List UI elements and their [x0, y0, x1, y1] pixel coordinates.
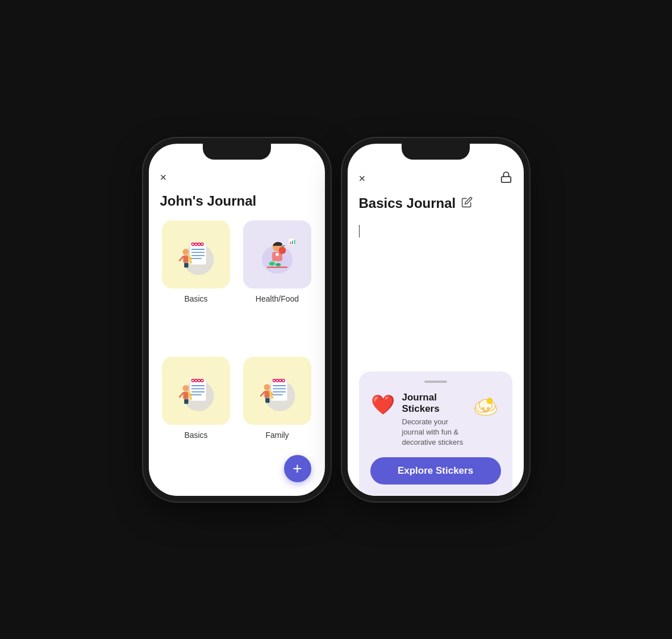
phone-left: × John's Journal: [149, 144, 325, 496]
right-title-row: Basics Journal: [359, 195, 512, 211]
svg-line-12: [180, 256, 183, 260]
svg-rect-60: [265, 398, 268, 403]
thumb-family: [243, 357, 311, 425]
sticker-info-row: ❤️ Journal Stickers Decorate your journa…: [370, 392, 501, 448]
svg-point-23: [276, 263, 281, 266]
close-button-left[interactable]: ×: [160, 171, 167, 184]
svg-rect-30: [190, 379, 206, 401]
right-header: ×: [359, 166, 512, 186]
notch-right: [402, 144, 470, 160]
svg-rect-27: [292, 240, 293, 244]
page-title-right: Basics Journal: [359, 195, 456, 211]
svg-rect-1: [190, 243, 206, 265]
svg-rect-40: [183, 392, 189, 399]
svg-point-21: [279, 247, 286, 254]
sticker-text-block: Journal Stickers Decorate your journal w…: [402, 392, 464, 448]
cursor: [359, 225, 360, 237]
edit-icon[interactable]: [461, 197, 473, 210]
svg-rect-15: [186, 262, 189, 268]
sticker-title: Journal Stickers: [402, 392, 464, 415]
thumb-basics2: [162, 357, 230, 425]
scene: × John's Journal: [137, 132, 535, 507]
sticker-description: Decorate your journal with fun & decorat…: [402, 417, 464, 448]
svg-point-10: [183, 249, 189, 255]
svg-rect-47: [271, 379, 287, 401]
notch-left: [203, 144, 271, 160]
cloud-sticker: [470, 392, 501, 422]
svg-point-20: [276, 253, 278, 256]
svg-point-68: [482, 407, 484, 410]
left-header: ×: [160, 166, 314, 184]
svg-line-41: [180, 393, 183, 397]
text-editor-area[interactable]: [359, 223, 512, 371]
phone-right: × Basics Journal: [348, 144, 524, 496]
card-basics1[interactable]: Basics: [160, 220, 232, 348]
card-basics2[interactable]: Basics: [160, 357, 232, 485]
svg-point-69: [487, 407, 489, 410]
thumb-basics1: [162, 220, 230, 289]
lock-icon[interactable]: [500, 171, 512, 186]
svg-rect-28: [294, 239, 295, 244]
fab-button[interactable]: +: [284, 455, 311, 482]
svg-rect-14: [184, 262, 186, 268]
card-health[interactable]: Health/Food: [241, 220, 314, 348]
card-label-family: Family: [265, 431, 289, 440]
svg-rect-63: [501, 177, 511, 182]
explore-stickers-button[interactable]: Explore Stickers: [370, 457, 501, 485]
card-label-health: Health/Food: [256, 294, 299, 303]
journal-grid: Basics: [160, 220, 314, 485]
sticker-sheet: ❤️ Journal Stickers Decorate your journa…: [359, 371, 512, 496]
svg-point-22: [269, 261, 276, 265]
svg-rect-26: [290, 241, 291, 244]
thumb-health: [243, 220, 311, 289]
svg-rect-61: [268, 398, 270, 403]
card-label-basics1: Basics: [184, 294, 207, 303]
svg-rect-43: [184, 399, 186, 404]
svg-point-39: [183, 385, 189, 391]
svg-rect-11: [183, 255, 189, 262]
svg-rect-44: [186, 399, 189, 404]
svg-line-58: [261, 392, 264, 396]
page-title-left: John's Journal: [160, 193, 314, 209]
close-button-right[interactable]: ×: [359, 172, 366, 185]
heart-sticker: ❤️: [370, 392, 395, 417]
sheet-handle: [424, 381, 447, 383]
svg-rect-57: [265, 391, 270, 398]
card-label-basics2: Basics: [184, 431, 207, 440]
svg-point-56: [264, 384, 270, 390]
svg-point-71: [487, 399, 491, 403]
